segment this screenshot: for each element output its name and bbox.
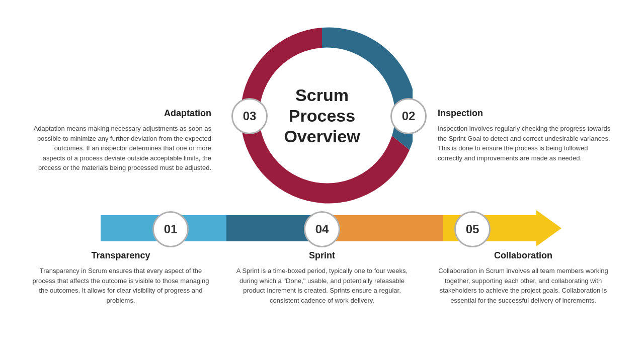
sprint-panel: Sprint A Sprint is a time-boxed period, … bbox=[231, 250, 413, 305]
transparency-body: Transparency in Scrum ensures that every… bbox=[30, 266, 211, 305]
num-circle-05: 05 bbox=[454, 211, 491, 247]
arrow-segment-orange bbox=[327, 215, 443, 241]
bottom-panels: Transparency Transparency in Scrum ensur… bbox=[30, 250, 614, 305]
collaboration-body: Collaboration in Scrum involves all team… bbox=[433, 266, 614, 305]
adaptation-panel: Adaptation Adaptation means making neces… bbox=[30, 108, 211, 173]
adaptation-body: Adaptation means making necessary adjust… bbox=[30, 124, 211, 173]
sprint-body: A Sprint is a time-boxed period, typical… bbox=[231, 266, 413, 305]
collaboration-title: Collaboration bbox=[433, 250, 614, 261]
num-circle-01: 01 bbox=[152, 211, 189, 247]
inspection-title: Inspection bbox=[438, 108, 614, 119]
arrow-head bbox=[536, 210, 561, 246]
num-circle-04: 04 bbox=[304, 211, 340, 247]
transparency-panel: Transparency Transparency in Scrum ensur… bbox=[30, 250, 211, 305]
transparency-title: Transparency bbox=[30, 250, 211, 261]
center-title: Scrum Process Overview bbox=[272, 85, 372, 146]
collaboration-panel: Collaboration Collaboration in Scrum inv… bbox=[433, 250, 614, 305]
adaptation-title: Adaptation bbox=[30, 108, 211, 119]
inspection-panel: Inspection Inspection involves regularly… bbox=[438, 108, 614, 163]
sprint-title: Sprint bbox=[231, 250, 413, 261]
inspection-body: Inspection involves regularly checking t… bbox=[438, 124, 614, 163]
num-circle-02: 02 bbox=[390, 98, 427, 134]
num-circle-03: 03 bbox=[231, 98, 268, 134]
